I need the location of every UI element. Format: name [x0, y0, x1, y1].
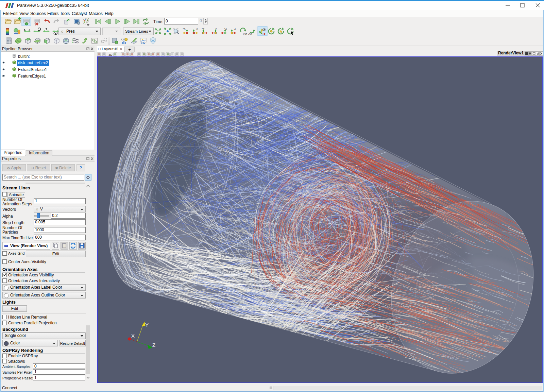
svg-text:X: X — [131, 333, 135, 339]
svg-text:+Z: +Z — [224, 28, 227, 30]
svg-text:+90: +90 — [243, 33, 247, 36]
svg-text:+X: +X — [183, 28, 186, 30]
svg-text:Z: Z — [152, 342, 155, 348]
svg-text:-Y: -Y — [215, 28, 217, 30]
svg-text:Y: Y — [145, 322, 149, 328]
svg-text:-Z: -Z — [234, 28, 236, 30]
svg-text:3D: 3D — [108, 53, 113, 56]
svg-text:-90: -90 — [248, 33, 252, 36]
svg-text:-X: -X — [196, 28, 198, 30]
